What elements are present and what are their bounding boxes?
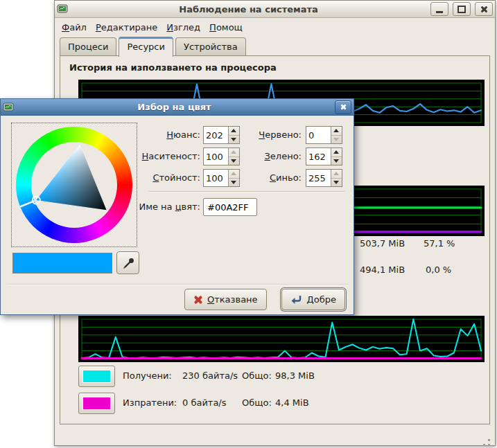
menu-edit[interactable]: Редактиране [96, 22, 157, 33]
desktop: Наблюдение на системата Файл Редактиране… [0, 0, 497, 448]
received-label: Получени: [123, 370, 172, 381]
received-color-button[interactable] [78, 366, 115, 387]
menu-help[interactable]: Помощ [209, 22, 243, 33]
sent-rate: 0 байта/s [182, 397, 227, 408]
value-blue-row: Стойност: Синьо: [1, 169, 355, 187]
fields-separator [149, 191, 345, 192]
memory-amount: 503,7 MiB [360, 238, 405, 249]
system-monitor-icon [3, 102, 14, 113]
maximize-icon [457, 6, 466, 13]
spin-up-icon[interactable] [331, 127, 342, 135]
blue-spin-arrows [331, 170, 342, 186]
network-sent-row: Изпратени: 0 байта/s Общо: 4,4 MiB [78, 393, 467, 413]
sent-color-button[interactable] [78, 393, 115, 414]
close-button[interactable] [475, 2, 493, 16]
tab-bar: Процеси Ресурси Устройства [55, 37, 495, 55]
swap-percent: 0,0 % [426, 265, 451, 275]
sent-total-label: Общо: [242, 397, 272, 408]
red-spin-arrows [331, 127, 342, 143]
sent-color-swatch [83, 397, 110, 409]
memory-percent: 57,1 % [424, 238, 455, 249]
tab-devices[interactable]: Устройства [175, 37, 246, 55]
green-input[interactable] [306, 148, 331, 165]
dialog-title: Избор на цвят [17, 102, 332, 112]
spin-down-icon[interactable] [331, 135, 342, 144]
minimize-button[interactable] [430, 2, 448, 16]
cancel-label: Отказване [207, 294, 258, 305]
color-name-row: Име на цвят: [1, 198, 355, 216]
network-history-chart [78, 316, 485, 362]
blue-input[interactable] [306, 170, 331, 186]
ok-label: Добре [307, 294, 336, 305]
saturation-label: Наситеност: [105, 151, 200, 161]
received-total-label: Общо: [242, 370, 272, 381]
dialog-buttons: Отказване Добре [184, 289, 345, 310]
resize-grip[interactable] [488, 439, 490, 441]
dialog-body: Нюанс: Червено: [1, 116, 354, 315]
received-color-swatch [83, 370, 110, 382]
close-icon [480, 6, 488, 13]
swap-amount: 494,1 MiB [360, 265, 405, 275]
eyedropper-button[interactable] [116, 251, 139, 274]
sent-label: Изпратени: [123, 397, 177, 408]
ok-button[interactable]: Добре [281, 289, 345, 310]
blue-label: Синьо: [224, 172, 302, 183]
spin-down-icon[interactable] [331, 178, 342, 187]
network-received-row: Получени: 230 байта/s Общо: 98,3 MiB [78, 366, 467, 386]
color-name-input[interactable] [203, 198, 257, 216]
hue-red-row: Нюанс: Червено: [1, 126, 355, 144]
tab-processes[interactable]: Процеси [60, 37, 116, 55]
spin-up-icon[interactable] [331, 170, 342, 178]
close-icon [340, 104, 347, 110]
value-label: Стойност: [105, 172, 200, 183]
received-total: 98,3 MiB [275, 370, 315, 381]
selected-color-swatch [12, 253, 112, 274]
spin-up-icon[interactable] [331, 148, 342, 156]
window-titlebar[interactable]: Наблюдение на системата [55, 1, 495, 18]
cpu-section-heading: История на използването на процесора [69, 62, 277, 73]
green-label: Зелено: [224, 151, 302, 161]
sent-total: 4,4 MiB [275, 397, 309, 408]
spin-down-icon[interactable] [331, 156, 342, 165]
color-name-label: Име на цвят: [105, 201, 200, 212]
blue-spinner [306, 169, 342, 187]
hue-label: Нюанс: [105, 129, 200, 140]
received-rate: 230 байта/s [182, 370, 238, 381]
maximize-button[interactable] [453, 2, 471, 16]
tab-resources[interactable]: Ресурси [119, 37, 173, 57]
ok-enter-icon [290, 294, 302, 305]
cancel-icon [193, 295, 202, 304]
dialog-close-button[interactable] [335, 100, 351, 114]
menu-view[interactable]: Изглед [166, 22, 200, 33]
eyedropper-icon [121, 256, 135, 270]
window-title: Наблюдение на системата [71, 4, 426, 15]
green-spinner [306, 147, 342, 165]
dialog-titlebar[interactable]: Избор на цвят [1, 99, 354, 116]
system-monitor-icon [57, 3, 68, 15]
red-label: Червено: [224, 129, 302, 140]
menu-file[interactable]: Файл [62, 22, 87, 33]
red-input[interactable] [306, 127, 331, 143]
color-picker-dialog: Избор на цвят [0, 98, 354, 315]
network-history-plot [78, 316, 485, 362]
menubar: Файл Редактиране Изглед Помощ [55, 18, 495, 36]
red-spinner [306, 126, 342, 144]
green-spin-arrows [331, 148, 342, 165]
minimize-icon [436, 11, 443, 13]
buttons-separator [6, 284, 348, 285]
cancel-button[interactable]: Отказване [184, 289, 267, 310]
saturation-green-row: Наситеност: Зелено: [1, 147, 355, 165]
